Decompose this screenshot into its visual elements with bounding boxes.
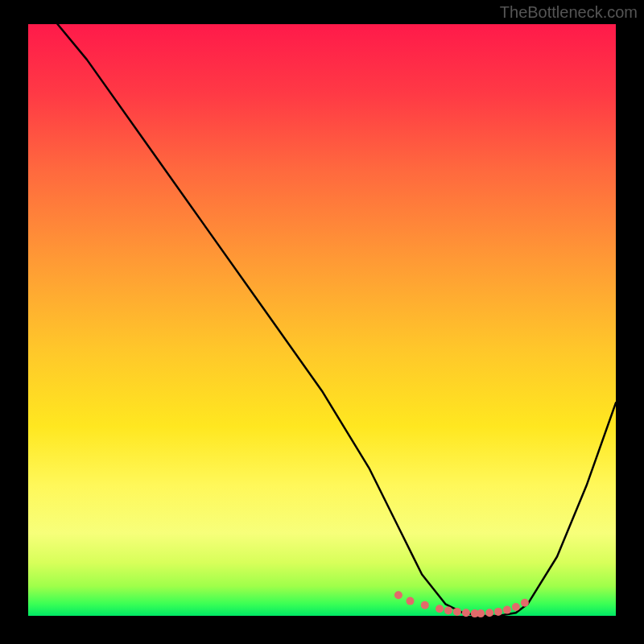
marker-point [494,608,502,616]
watermark-text: TheBottleneck.com [500,3,638,22]
bottom-markers [394,591,529,617]
chart-svg [28,24,616,616]
marker-point [436,605,444,613]
curve-line [58,24,617,616]
marker-point [444,606,452,614]
marker-point [394,591,402,599]
marker-point [512,603,520,611]
marker-point [421,601,429,609]
marker-point [521,599,529,607]
marker-point [407,597,415,605]
marker-point [485,609,493,617]
marker-point [503,606,511,614]
marker-point [453,608,461,616]
marker-point [462,609,470,617]
plot-area [28,24,616,616]
marker-point [477,609,485,617]
